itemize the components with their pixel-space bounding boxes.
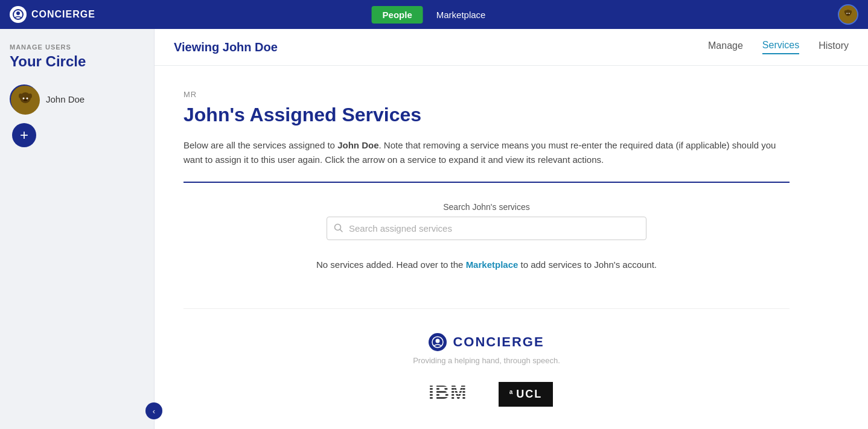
footer-sponsors: IBM a UCL (183, 380, 790, 408)
marketplace-nav-button[interactable]: Marketplace (426, 6, 497, 24)
no-services-part2: to add services to John's account. (518, 259, 657, 270)
page-content: MR John's Assigned Services Below are al… (155, 66, 819, 429)
footer-tagline: Providing a helping hand, through speech… (183, 356, 790, 365)
ucl-text: UCL (516, 388, 542, 400)
svg-point-15 (24, 100, 27, 101)
no-services-message: No services added. Head over to the Mark… (183, 259, 790, 270)
ibm-logo: IBM (420, 380, 489, 408)
search-icon (334, 223, 343, 234)
svg-point-7 (849, 13, 850, 14)
add-user-button[interactable]: + (12, 123, 36, 147)
footer-logo-icon (429, 333, 447, 351)
sidebar: MANAGE USERS Your Circle John Doe + ‹ (0, 29, 155, 429)
header-tabs: Manage Services History (708, 40, 849, 54)
svg-point-6 (846, 13, 847, 14)
assigned-services-title: John's Assigned Services (183, 104, 790, 126)
main-layout: MANAGE USERS Your Circle John Doe + ‹ (0, 29, 868, 429)
ucl-logo: a UCL (499, 382, 553, 407)
svg-point-4 (844, 10, 847, 13)
content-area: Viewing John Doe Manage Services History… (155, 29, 868, 429)
logo-icon (10, 6, 27, 23)
logo[interactable]: CONCIERGE (10, 6, 95, 23)
svg-point-11 (19, 94, 22, 98)
sidebar-user-name: John Doe (46, 94, 85, 104)
sidebar-user-avatar (10, 84, 39, 113)
people-nav-button[interactable]: People (372, 6, 423, 24)
sidebar-collapse-button[interactable]: ‹ (145, 402, 162, 419)
ucl-superscript: a (509, 389, 514, 395)
content-header: Viewing John Doe Manage Services History (155, 29, 868, 66)
search-wrapper (327, 217, 646, 240)
salutation: MR (183, 90, 790, 99)
svg-line-17 (340, 229, 343, 232)
desc-part1: Below are all the services assigned to (183, 140, 337, 150)
top-nav: CONCIERGE People Marketplace (0, 0, 868, 29)
manage-users-label: MANAGE USERS (10, 43, 144, 51)
search-label: Search John's services (183, 202, 790, 212)
marketplace-link[interactable]: Marketplace (466, 259, 519, 270)
top-nav-right (838, 4, 858, 25)
desc-bold: John Doe (337, 140, 378, 150)
no-services-part1: No services added. Head over to the (316, 259, 466, 270)
user-avatar-top[interactable] (838, 4, 858, 25)
svg-point-5 (850, 10, 852, 13)
tab-history[interactable]: History (819, 40, 849, 54)
sidebar-user-john-doe[interactable]: John Doe (10, 84, 144, 113)
footer-logo-text: CONCIERGE (453, 334, 544, 350)
svg-point-1 (16, 11, 20, 15)
top-nav-center: People Marketplace (372, 6, 497, 24)
tab-manage[interactable]: Manage (708, 40, 743, 54)
svg-point-14 (27, 98, 28, 100)
svg-point-13 (23, 98, 25, 100)
svg-point-19 (436, 339, 440, 343)
section-divider (183, 182, 790, 183)
page-footer: CONCIERGE Providing a helping hand, thro… (183, 308, 790, 428)
your-circle-label: Your Circle (10, 53, 144, 70)
svg-point-8 (847, 14, 849, 15)
footer-logo: CONCIERGE (183, 333, 790, 351)
viewing-title: Viewing John Doe (174, 40, 689, 54)
tab-services[interactable]: Services (762, 40, 799, 54)
search-input[interactable] (327, 217, 646, 240)
svg-point-12 (28, 94, 32, 98)
description-text: Below are all the services assigned to J… (183, 138, 790, 167)
logo-text: CONCIERGE (31, 9, 95, 20)
